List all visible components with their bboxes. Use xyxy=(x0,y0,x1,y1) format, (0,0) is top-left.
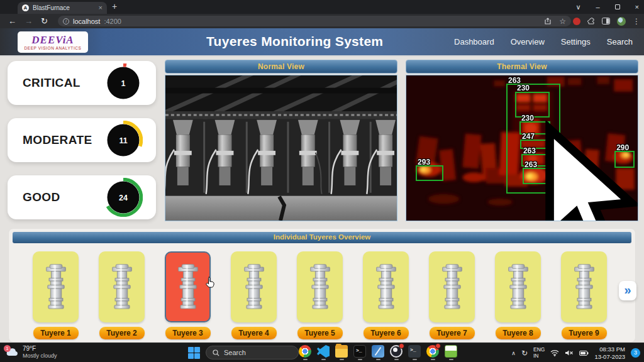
weather-condition: Mostly cloudy xyxy=(23,353,57,359)
profile-avatar[interactable] xyxy=(617,17,626,26)
tuyere-label: Tuyere 1 xyxy=(33,327,79,339)
browser-menu-icon[interactable]: ⋮ xyxy=(633,17,640,26)
nav-item-search[interactable]: Search xyxy=(607,37,633,47)
tuyere-card-8[interactable] xyxy=(495,251,541,322)
browser-toolbar: ← → ↻ i localhost:4200 ☆ ⋮ xyxy=(0,14,644,28)
tab-favicon-icon: A xyxy=(22,4,29,11)
tuyere-label: Tuyere 3 xyxy=(165,327,211,339)
taskbar-search[interactable]: Search xyxy=(206,346,299,359)
tuyere-card-2[interactable] xyxy=(99,251,145,322)
reload-button[interactable]: ↻ xyxy=(41,17,48,25)
onedrive-sync-icon[interactable]: ↻ xyxy=(521,349,528,357)
tab-close-icon[interactable]: × xyxy=(99,4,103,11)
thermal-view-panel: Thermal View xyxy=(406,60,638,221)
system-tray: ∧ ↻ ENG IN 08:33 PM 13-07-2023 3 xyxy=(511,343,640,362)
status-gauge: 24 xyxy=(104,178,143,217)
tuyere-card-6[interactable] xyxy=(363,251,409,322)
taskbar-app-libreoffice-calc[interactable] xyxy=(444,345,458,360)
status-count: 1 xyxy=(121,79,126,88)
taskbar-app-obs[interactable] xyxy=(389,345,403,360)
taskbar-app-terminal[interactable] xyxy=(353,345,367,360)
taskbar-app-file-explorer[interactable] xyxy=(335,345,348,360)
tuyere-image xyxy=(438,263,466,312)
back-button[interactable]: ← xyxy=(8,17,16,25)
clock[interactable]: 08:33 PM 13-07-2023 xyxy=(594,346,625,361)
status-count: 11 xyxy=(119,136,127,145)
tuyere-image xyxy=(372,263,400,312)
window-close-button[interactable]: × xyxy=(635,3,639,11)
nav-item-settings[interactable]: Settings xyxy=(561,37,591,47)
deevia-logo: DEEViA DEEP VISION ANALYTICS xyxy=(18,31,88,53)
share-icon[interactable] xyxy=(544,18,552,25)
address-bar[interactable]: i localhost:4200 ☆ xyxy=(58,16,571,26)
running-indicator xyxy=(321,359,326,360)
logo-subtitle: DEEP VISION ANALYTICS xyxy=(24,46,81,50)
side-panel-icon[interactable] xyxy=(602,18,610,25)
volume-muted-icon[interactable] xyxy=(565,349,574,356)
tuyere-card-5[interactable] xyxy=(297,251,343,322)
libreoffice-calc-icon xyxy=(445,345,457,358)
app-header: DEEViA DEEP VISION ANALYTICS Tuyeres Mon… xyxy=(0,28,644,57)
window-chevron-icon[interactable]: ∨ xyxy=(575,3,580,11)
tuyere-image xyxy=(504,263,532,312)
new-tab-button[interactable]: + xyxy=(112,1,117,11)
tuyere-card-7[interactable] xyxy=(429,251,475,322)
tuyere-card-1[interactable] xyxy=(33,251,79,322)
status-label: GOOD xyxy=(23,190,60,204)
status-gauge: 1 xyxy=(104,63,143,102)
tray-chevron-icon[interactable]: ∧ xyxy=(511,350,516,356)
running-indicator xyxy=(449,359,453,360)
tuyere-label: Tuyere 5 xyxy=(297,327,343,339)
tuyeres-overview-section: Individual Tuyeres Overview Tuyere 1 Tuy… xyxy=(8,228,636,343)
overview-header: Individual Tuyeres Overview xyxy=(13,232,631,243)
forward-button[interactable]: → xyxy=(25,17,33,25)
tuyere-image xyxy=(570,263,598,312)
taskbar-apps xyxy=(298,345,458,360)
tab-title: BlastFurnace xyxy=(33,4,95,11)
normal-view-header: Normal View xyxy=(165,60,397,74)
tuyere-label: Tuyere 6 xyxy=(364,327,409,339)
wifi-icon[interactable] xyxy=(550,349,559,356)
search-placeholder: Search xyxy=(224,349,246,356)
running-indicator xyxy=(413,359,417,360)
notification-count-badge[interactable]: 3 xyxy=(631,348,640,358)
tuyere-card-4[interactable] xyxy=(231,251,277,322)
tuyere-label: Tuyere 2 xyxy=(99,327,145,339)
thermal-view-image: 263 230 230 247 263 263 293 290 xyxy=(406,75,638,221)
site-info-icon[interactable]: i xyxy=(63,18,69,25)
adblock-extension-icon[interactable] xyxy=(573,18,580,25)
search-icon xyxy=(213,349,219,356)
running-indicator xyxy=(340,359,344,360)
file-explorer-icon xyxy=(335,345,348,358)
running-indicator xyxy=(394,359,399,360)
nav-item-overview[interactable]: Overview xyxy=(511,37,545,47)
tuyere-image xyxy=(240,263,268,312)
chrome-profile-icon xyxy=(426,345,439,358)
language-indicator[interactable]: ENG IN xyxy=(533,347,545,359)
taskbar-app-media-player[interactable] xyxy=(371,345,385,360)
next-tuyeres-button[interactable]: » xyxy=(619,281,636,300)
tuyere-card-9[interactable] xyxy=(561,251,607,322)
thermal-detection-box: 293 xyxy=(416,165,443,180)
weather-widget[interactable]: 1 79°F Mostly cloudy xyxy=(5,345,57,359)
browser-tab[interactable]: A BlastFurnace × xyxy=(18,2,107,14)
media-player-icon xyxy=(372,345,384,358)
battery-icon[interactable] xyxy=(579,350,589,356)
obs-icon xyxy=(390,345,402,358)
taskbar-app-powershell[interactable] xyxy=(408,345,421,360)
window-maximize-button[interactable] xyxy=(615,4,620,9)
nav-item-dashboard[interactable]: Dashboard xyxy=(454,37,494,47)
start-button[interactable] xyxy=(188,347,200,359)
taskbar-app-chrome[interactable] xyxy=(298,345,312,360)
tuyere-card-3[interactable] xyxy=(165,251,211,322)
window-minimize-button[interactable]: – xyxy=(596,3,599,11)
nav: DashboardOverviewSettingsSearch xyxy=(454,28,633,55)
running-indicator xyxy=(358,359,362,360)
taskbar-app-chrome-profile[interactable] xyxy=(426,345,440,360)
taskbar-app-vscode[interactable] xyxy=(316,345,330,360)
tuyere-label: Tuyere 7 xyxy=(430,327,475,339)
windows-taskbar: 1 79°F Mostly cloudy Search xyxy=(0,343,644,362)
tuyere-image xyxy=(42,263,70,312)
bookmark-star-icon[interactable]: ☆ xyxy=(559,17,566,26)
extensions-puzzle-icon[interactable] xyxy=(587,18,595,25)
